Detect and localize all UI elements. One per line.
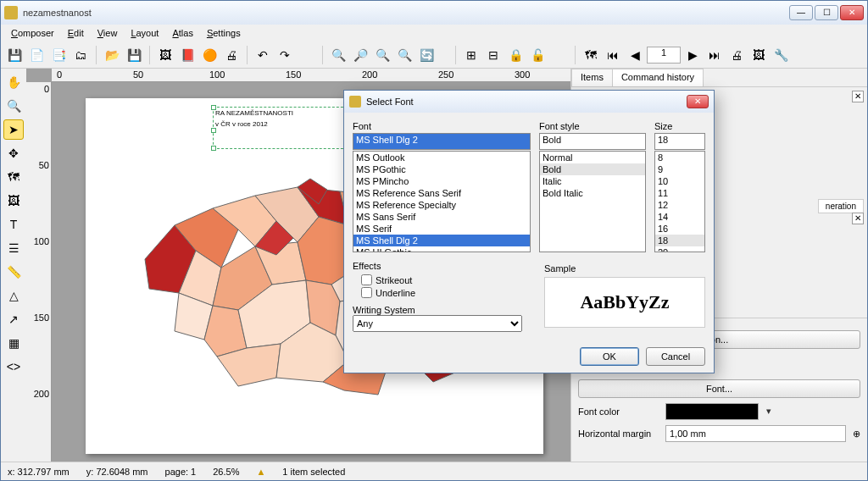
zoom-out-icon[interactable]: 🔎 — [350, 45, 370, 65]
app-icon — [4, 6, 18, 19]
atlas-last-icon[interactable]: ⏭ — [704, 45, 725, 65]
dialog-close-button[interactable]: ✕ — [687, 95, 709, 108]
atlas-next-icon[interactable]: ▶ — [682, 45, 703, 65]
menu-layout[interactable]: Layout — [125, 26, 164, 40]
list-item[interactable]: MS Reference Sans Serif — [353, 187, 530, 199]
list-item[interactable]: Bold — [540, 163, 645, 175]
list-item[interactable]: MS Shell Dlg 2 — [353, 235, 530, 246]
refresh-icon[interactable]: 🔄 — [416, 45, 437, 65]
atlas-page-spin[interactable]: 1 — [647, 47, 681, 64]
font-list[interactable]: MS Outlook MS PGothic MS PMincho MS Refe… — [353, 151, 531, 252]
add-scalebar-icon[interactable]: 📏 — [3, 262, 24, 282]
list-item[interactable]: 10 — [655, 175, 704, 187]
menu-view[interactable]: View — [92, 26, 123, 40]
list-item[interactable]: MS PMincho — [353, 175, 530, 187]
panel2-close-icon[interactable]: ✕ — [852, 213, 864, 224]
list-item[interactable]: MS Outlook — [353, 152, 530, 163]
maximize-button[interactable]: ☐ — [815, 5, 838, 20]
menu-settings[interactable]: Settings — [202, 26, 246, 40]
menu-edit[interactable]: Edit — [63, 26, 89, 40]
list-item[interactable]: Italic — [540, 175, 645, 187]
move-content-icon[interactable]: ✥ — [3, 143, 24, 163]
minimize-button[interactable]: — — [789, 5, 813, 20]
list-item[interactable]: 12 — [655, 199, 704, 211]
cancel-button[interactable]: Cancel — [646, 347, 705, 366]
tab-command-history[interactable]: Command history — [612, 69, 704, 86]
add-table-icon[interactable]: ▦ — [3, 333, 24, 353]
data-defined-icon[interactable]: ⊕ — [853, 428, 860, 440]
atlas-first-icon[interactable]: ⏮ — [603, 45, 623, 65]
tab-generation[interactable]: neration — [818, 199, 864, 213]
font-button[interactable]: Font... — [578, 379, 860, 398]
add-map-icon[interactable]: 🗺 — [3, 167, 24, 187]
list-item[interactable]: 11 — [655, 187, 704, 199]
hmargin-input[interactable] — [665, 425, 846, 442]
strikeout-checkbox[interactable]: Strikeout — [353, 274, 522, 285]
font-input[interactable]: MS Shell Dlg 2 — [353, 133, 531, 150]
status-x: x: 312.797 mm — [8, 467, 70, 477]
list-item[interactable]: 8 — [655, 152, 704, 163]
zoom-tool-icon[interactable]: 🔍 — [3, 96, 24, 116]
list-item[interactable]: MS PGothic — [353, 163, 530, 175]
dialog-titlebar[interactable]: Select Font ✕ — [344, 91, 714, 113]
size-input[interactable]: 18 — [654, 133, 705, 150]
list-item[interactable]: MS UI Gothic — [353, 246, 530, 252]
writing-system-select[interactable]: Any — [353, 315, 522, 332]
add-shape-icon[interactable]: △ — [3, 285, 24, 306]
atlas-preview-icon[interactable]: 🗺 — [581, 45, 601, 65]
lock-icon[interactable]: 🔒 — [505, 45, 526, 65]
lock-items-icon[interactable]: ⊞ — [461, 45, 481, 65]
print-icon[interactable]: 🖨 — [221, 45, 242, 65]
manager-icon[interactable]: 🗂 — [70, 45, 91, 65]
zoom-actual-icon[interactable]: 🔍 — [394, 45, 415, 65]
tab-items[interactable]: Items — [571, 69, 613, 86]
list-item[interactable]: 16 — [655, 223, 704, 235]
list-item[interactable]: MS Sans Serif — [353, 211, 530, 223]
atlas-export-icon[interactable]: 🖼 — [748, 45, 769, 65]
titlebar[interactable]: nezamestnanost — ☐ ✕ — [1, 1, 867, 25]
atlas-settings-icon[interactable]: 🔧 — [771, 45, 791, 65]
unlock-icon[interactable]: 🔓 — [527, 45, 548, 65]
list-item[interactable]: MS Serif — [353, 223, 530, 235]
list-item[interactable]: Normal — [540, 152, 645, 163]
warning-icon: ▲ — [256, 467, 265, 477]
menu-atlas[interactable]: Atlas — [167, 26, 198, 40]
save-icon[interactable]: 💾 — [4, 45, 25, 65]
list-item[interactable]: 20 — [655, 246, 704, 252]
add-arrow-icon[interactable]: ↗ — [3, 309, 24, 329]
ok-button[interactable]: OK — [580, 347, 639, 366]
export-svg-icon[interactable]: 🟠 — [199, 45, 220, 65]
close-button[interactable]: ✕ — [840, 5, 864, 20]
list-item[interactable]: 14 — [655, 211, 704, 223]
atlas-prev-icon[interactable]: ◀ — [625, 45, 645, 65]
size-list[interactable]: 8 9 10 11 12 14 16 18 20 — [654, 151, 705, 252]
export-pdf-icon[interactable]: 📕 — [177, 45, 198, 65]
menu-composer[interactable]: Composer — [6, 26, 59, 40]
redo-icon[interactable]: ↷ — [275, 45, 295, 65]
zoom-in-icon[interactable]: 🔍 — [328, 45, 348, 65]
add-html-icon[interactable]: <> — [3, 357, 24, 377]
status-zoom[interactable]: 26.5% — [213, 467, 239, 477]
pan-icon[interactable]: ✋ — [3, 72, 24, 92]
font-style-input[interactable]: Bold — [539, 133, 646, 150]
font-color-button[interactable] — [665, 403, 759, 420]
group-icon[interactable]: ⊟ — [483, 45, 504, 65]
add-legend-icon[interactable]: ☰ — [3, 238, 24, 258]
list-item[interactable]: 9 — [655, 163, 704, 175]
open-template-icon[interactable]: 📂 — [102, 45, 122, 65]
underline-checkbox[interactable]: Underline — [353, 287, 522, 298]
add-image-icon[interactable]: 🖼 — [3, 191, 24, 211]
select-tool-icon[interactable]: ➤ — [3, 119, 24, 140]
add-label-icon[interactable]: T — [3, 214, 24, 235]
list-item[interactable]: 18 — [655, 235, 704, 246]
list-item[interactable]: MS Reference Specialty — [353, 199, 530, 211]
duplicate-icon[interactable]: 📑 — [48, 45, 69, 65]
font-style-list[interactable]: Normal Bold Italic Bold Italic — [539, 151, 646, 252]
zoom-full-icon[interactable]: 🔍 — [372, 45, 392, 65]
list-item[interactable]: Bold Italic — [540, 187, 645, 199]
atlas-print-icon[interactable]: 🖨 — [726, 45, 747, 65]
export-image-icon[interactable]: 🖼 — [155, 45, 175, 65]
undo-icon[interactable]: ↶ — [253, 45, 273, 65]
save-template-icon[interactable]: 💾 — [124, 45, 144, 65]
new-icon[interactable]: 📄 — [26, 45, 47, 65]
